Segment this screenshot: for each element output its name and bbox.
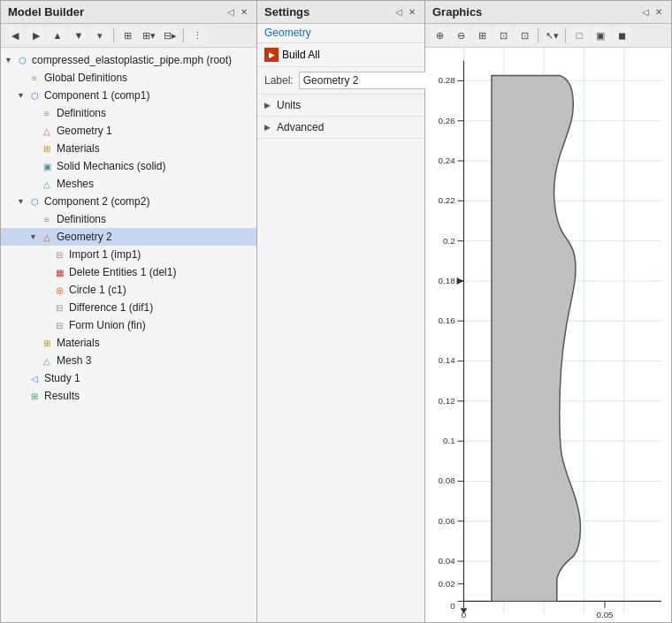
- svg-text:0.24: 0.24: [438, 156, 455, 165]
- tree-node-icon: ◁: [27, 371, 42, 385]
- svg-text:0: 0: [450, 601, 455, 611]
- tree-item-mesh2[interactable]: △Mesh 3: [1, 352, 256, 369]
- tree-expand-arrow[interactable]: ▼: [4, 56, 15, 65]
- zoom-extents-button[interactable]: ⊕: [430, 27, 449, 44]
- tree-expand-arrow[interactable]: ▼: [29, 232, 40, 241]
- svg-text:0.08: 0.08: [438, 475, 455, 485]
- svg-text:0.04: 0.04: [438, 556, 455, 566]
- tree-item-mat1[interactable]: ⊞Materials: [1, 140, 256, 157]
- settings-pin[interactable]: ◁: [393, 6, 404, 18]
- graphics-sep-2: [565, 28, 566, 42]
- graphics-pin[interactable]: ◁: [640, 6, 651, 18]
- tree-node-label: Component 1 (comp1): [44, 89, 253, 102]
- tree-item-circle1[interactable]: ◎Circle 1 (c1): [1, 281, 256, 299]
- units-section[interactable]: ▶ Units: [257, 95, 424, 117]
- view3d-button[interactable]: ▣: [591, 27, 610, 44]
- tree-node-icon: ◎: [52, 283, 66, 297]
- move-down-button[interactable]: ▼: [69, 27, 88, 44]
- svg-text:0.22: 0.22: [438, 195, 454, 205]
- tree-node-label: Study 1: [44, 372, 253, 384]
- panel-pin[interactable]: ◁: [225, 6, 236, 18]
- tree-node-label: Materials: [57, 142, 253, 155]
- tree-item-solid1[interactable]: ▣Solid Mechanics (solid): [1, 157, 256, 175]
- tree-node-icon: ⊟: [52, 247, 66, 262]
- tree-node-icon: ⬡: [27, 194, 42, 209]
- panel-close[interactable]: ✕: [239, 6, 249, 18]
- tree-item-diff1[interactable]: ⊟Difference 1 (dif1): [1, 299, 256, 316]
- settings-title: Settings: [264, 5, 309, 19]
- tree-node-label: Global Definitions: [44, 72, 253, 84]
- build-icon: ▶: [264, 48, 279, 62]
- settings-subtitle: Geometry: [257, 24, 424, 43]
- add-node-button[interactable]: ⊞: [118, 27, 137, 44]
- tree-item-mesh1[interactable]: △Meshes: [1, 175, 256, 193]
- tree-item-mat2[interactable]: ⊞Materials: [1, 334, 256, 352]
- advanced-section[interactable]: ▶ Advanced: [257, 117, 424, 139]
- graphics-title: Graphics: [432, 5, 482, 19]
- tree-item-import1[interactable]: ⊟Import 1 (imp1): [1, 246, 256, 263]
- zoom-in-button[interactable]: ⊖: [451, 27, 470, 44]
- toolbar-sep-2: [183, 28, 184, 42]
- tree-node-label: Geometry 2: [57, 231, 253, 243]
- advanced-arrow: ▶: [264, 123, 273, 132]
- tree-item-defs1[interactable]: ≡Definitions: [1, 104, 256, 122]
- tree-node-icon: ⊟: [52, 318, 66, 332]
- tree-node-label: compressed_elastoplastic_pipe.mph (root): [32, 54, 253, 66]
- svg-text:0.06: 0.06: [438, 516, 455, 526]
- tree-item-delete1[interactable]: ▦Delete Entities 1 (del1): [1, 263, 256, 281]
- tree-node-label: Difference 1 (dif1): [69, 301, 253, 314]
- label-input[interactable]: [299, 72, 440, 89]
- tree-expand-arrow[interactable]: ▼: [17, 197, 27, 206]
- tree-item-global-defs[interactable]: ≡Global Definitions: [1, 69, 256, 87]
- tree-node-label: Meshes: [57, 178, 253, 190]
- forward-button[interactable]: ▶: [27, 27, 46, 44]
- model-tree: ▼⬡compressed_elastoplastic_pipe.mph (roo…: [1, 48, 256, 622]
- zoom-fit-button[interactable]: ⊡: [493, 27, 513, 44]
- svg-text:0.26: 0.26: [438, 116, 455, 125]
- svg-text:0.1: 0.1: [443, 436, 455, 445]
- tree-node-label: Geometry 1: [57, 125, 253, 137]
- tree-item-results[interactable]: ⊞Results: [1, 387, 256, 405]
- tree-item-root[interactable]: ▼⬡compressed_elastoplastic_pipe.mph (roo…: [1, 51, 256, 69]
- expand-button[interactable]: ⊟▸: [160, 27, 179, 44]
- tree-item-geom1[interactable]: △Geometry 1: [1, 122, 256, 140]
- select-mode-button[interactable]: ↖▾: [542, 27, 561, 44]
- settings-close[interactable]: ✕: [407, 6, 417, 18]
- zoom-fit2-button[interactable]: ⊡: [515, 27, 534, 44]
- tree-node-icon: ⊞: [40, 336, 54, 350]
- tree-node-label: Delete Entities 1 (del1): [69, 266, 253, 278]
- tree-item-form1[interactable]: ⊟Form Union (fin): [1, 316, 256, 334]
- back-button[interactable]: ◀: [5, 27, 25, 44]
- zoom-box-button[interactable]: ⊞: [472, 27, 492, 44]
- svg-text:0.12: 0.12: [438, 396, 454, 406]
- model-builder-header: Model Builder ◁ ✕: [1, 1, 256, 24]
- more-button[interactable]: ⋮: [187, 27, 207, 44]
- graphics-close[interactable]: ✕: [653, 6, 664, 18]
- add-node-menu-button[interactable]: ⊞▾: [139, 27, 158, 44]
- tree-node-label: Import 1 (imp1): [69, 248, 253, 261]
- model-builder-toolbar: ◀ ▶ ▲ ▼ ▾ ⊞ ⊞▾ ⊟▸ ⋮: [1, 24, 256, 48]
- tree-item-study1[interactable]: ◁Study 1: [1, 369, 256, 387]
- tree-item-geom2[interactable]: ▼△Geometry 2: [1, 228, 256, 246]
- tree-node-icon: △: [40, 124, 54, 138]
- graphics-viewport[interactable]: 0.28 0.26 0.24 0.22 0.2 0.18 0.16 0.14 0…: [425, 48, 671, 622]
- tree-node-icon: ▣: [40, 159, 54, 173]
- svg-text:0.02: 0.02: [438, 579, 454, 589]
- tree-node-label: Definitions: [57, 107, 253, 119]
- svg-text:0.28: 0.28: [438, 75, 455, 85]
- app-container: Model Builder ◁ ✕ ◀ ▶ ▲ ▼ ▾ ⊞ ⊞▾ ⊟▸ ⋮ ▼⬡…: [0, 0, 672, 623]
- tree-expand-arrow[interactable]: ▼: [17, 91, 27, 100]
- view2d-button[interactable]: □: [569, 27, 589, 44]
- graphics-sep-1: [538, 28, 538, 42]
- build-all-button[interactable]: ▶ Build All: [257, 43, 424, 67]
- tree-node-label: Circle 1 (c1): [69, 284, 253, 296]
- render-button[interactable]: ◼: [612, 27, 631, 44]
- tree-item-defs2[interactable]: ≡Definitions: [1, 210, 256, 228]
- tree-item-comp2[interactable]: ▼⬡Component 2 (comp2): [1, 193, 256, 210]
- tree-node-label: Solid Mechanics (solid): [57, 160, 253, 172]
- tree-item-comp1[interactable]: ▼⬡Component 1 (comp1): [1, 87, 256, 104]
- move-up-button[interactable]: ▲: [48, 27, 67, 44]
- tree-node-label: Materials: [57, 337, 253, 349]
- tree-menu-button[interactable]: ▾: [90, 27, 110, 44]
- svg-text:0.14: 0.14: [438, 355, 455, 365]
